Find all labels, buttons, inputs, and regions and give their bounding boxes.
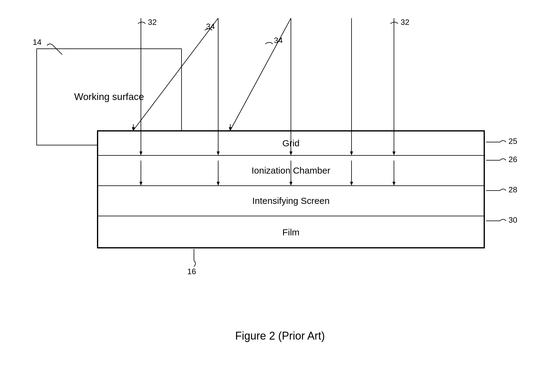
svg-text:32: 32 (148, 18, 157, 27)
layer-film: Film (98, 216, 484, 248)
layer-intensifying: Intensifying Screen (98, 186, 484, 216)
svg-text:25: 25 (508, 137, 517, 146)
figure-caption-text: Figure 2 (Prior Art) (235, 330, 325, 342)
cassette-box: Grid Ionization Chamber Intensifying Scr… (97, 130, 485, 248)
svg-text:34: 34 (274, 36, 283, 45)
svg-text:28: 28 (508, 185, 517, 194)
svg-text:30: 30 (508, 215, 517, 224)
layer-ionization: Ionization Chamber (98, 156, 484, 186)
intensifying-label: Intensifying Screen (252, 196, 329, 206)
grid-label: Grid (282, 138, 300, 148)
ionization-label: Ionization Chamber (252, 165, 330, 176)
diagram-container: Working surface Grid Ionization Chamber … (18, 18, 542, 351)
figure-caption: Figure 2 (Prior Art) (18, 330, 542, 342)
svg-text:32: 32 (401, 18, 409, 27)
film-label: Film (282, 227, 300, 238)
working-surface-label: Working surface (74, 91, 144, 103)
svg-line-10 (230, 18, 291, 130)
svg-text:34: 34 (206, 22, 215, 31)
svg-text:26: 26 (508, 155, 517, 164)
layer-grid: Grid (98, 131, 484, 156)
svg-text:14: 14 (33, 38, 42, 47)
svg-text:16: 16 (187, 267, 196, 276)
